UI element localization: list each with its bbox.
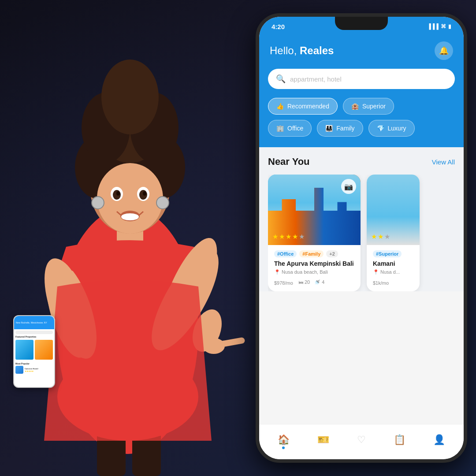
luxury-icon: 💎 bbox=[377, 125, 384, 132]
near-you-section: Near You View All 📷 ★ ★ bbox=[259, 147, 464, 291]
home-icon: 🏠 bbox=[278, 434, 290, 446]
location-icon-1: 📍 bbox=[274, 269, 280, 275]
tag-superior: #Superior bbox=[373, 250, 402, 257]
username: Reales bbox=[300, 45, 334, 56]
star-2-3: ★ bbox=[384, 233, 390, 241]
location-text-1: Nusa dua beach, Bali bbox=[282, 269, 328, 275]
property-card-2-image: ★ ★ ★ bbox=[367, 175, 420, 245]
luxury-label: Luxury bbox=[388, 125, 406, 132]
small-phone-content: Featured Properties Most Popular Cameron… bbox=[14, 329, 54, 376]
phone-notch bbox=[335, 17, 388, 30]
svg-point-20 bbox=[121, 213, 139, 220]
person-area: New Rochelle, Westchester, NY Featured P… bbox=[0, 0, 260, 476]
property-card-1-body: #Office #Family +2 The Apurva Kempinski … bbox=[268, 245, 361, 291]
nav-profile[interactable]: 👤 bbox=[433, 434, 445, 446]
stars-row-1: ★ ★ ★ ★ ★ bbox=[272, 233, 305, 241]
woman-illustration bbox=[0, 0, 260, 476]
superior-label: Superior bbox=[362, 103, 386, 110]
nav-tickets[interactable]: 🎫 bbox=[317, 434, 329, 446]
section-title: Near You bbox=[268, 156, 310, 167]
featured-label: Featured Properties bbox=[15, 335, 53, 338]
recommended-icon: 👍 bbox=[276, 103, 284, 110]
office-label: Office bbox=[287, 125, 303, 132]
category-superior[interactable]: 🏨 Superior bbox=[343, 98, 394, 115]
office-icon: 🏢 bbox=[276, 125, 284, 132]
view-all-link[interactable]: View All bbox=[432, 158, 455, 166]
small-phone-header: New Rochelle, Westchester, NY bbox=[14, 316, 54, 329]
recommended-label: Recommended bbox=[287, 103, 329, 110]
property-tags-2: #Superior bbox=[373, 250, 413, 257]
property-location-2: 📍 Nusa d... bbox=[373, 269, 413, 275]
svg-rect-26 bbox=[218, 337, 245, 348]
status-icons: ▐▐▐ ⌘ ▮ bbox=[427, 23, 451, 30]
search-icon: 🔍 bbox=[276, 74, 286, 84]
svg-point-17 bbox=[116, 191, 120, 196]
beds-icon-1: 🛏 20 bbox=[298, 279, 310, 285]
star-2-1: ★ bbox=[371, 233, 377, 241]
family-icon: 👨‍👩‍👧 bbox=[325, 125, 333, 132]
property-card-2[interactable]: ★ ★ ★ #Superior Kamani 📍 bbox=[367, 175, 420, 291]
tag-office: #Office bbox=[274, 250, 297, 257]
stars-row-2: ★ ★ ★ bbox=[371, 233, 390, 241]
tag-family: #Family bbox=[299, 250, 324, 257]
price-value-2: $1k bbox=[373, 280, 381, 286]
small-phone-location: New Rochelle, Westchester, NY bbox=[16, 321, 47, 324]
phone-screen: 4:20 ▐▐▐ ⌘ ▮ Hello, Reales 🔔 🔍 bbox=[259, 17, 464, 459]
category-row-2: 🏢 Office 👨‍👩‍👧 Family 💎 Luxury bbox=[268, 120, 455, 137]
greeting: Hello, Reales bbox=[270, 45, 334, 57]
price-unit-2: /mo bbox=[381, 280, 389, 286]
property-card-1-image: 📷 ★ ★ ★ ★ ★ bbox=[268, 175, 361, 245]
svg-point-11 bbox=[101, 60, 159, 134]
notification-icon: 🔔 bbox=[439, 46, 449, 56]
star-1: ★ bbox=[272, 233, 278, 241]
property-price-2: $1k/mo bbox=[373, 279, 413, 286]
search-box[interactable]: 🔍 appartment, hotel bbox=[268, 69, 455, 89]
svg-point-22 bbox=[156, 197, 169, 209]
property-name-2: Kamani bbox=[373, 260, 413, 268]
most-popular-label: Most Popular bbox=[15, 362, 53, 365]
save-button-1[interactable]: 📷 bbox=[341, 179, 356, 194]
section-header: Near You View All bbox=[268, 156, 455, 167]
nav-home[interactable]: 🏠 bbox=[278, 434, 290, 446]
star-5: ★ bbox=[299, 233, 305, 241]
property-name-1: The Apurva Kempinski Bali bbox=[274, 260, 354, 268]
categories-section: 👍 Recommended 🏨 Superior 🏢 Office 👨‍👩‍� bbox=[259, 98, 464, 147]
heart-icon: ♡ bbox=[357, 434, 366, 446]
star-3: ★ bbox=[286, 233, 291, 241]
phone-mockup: 4:20 ▐▐▐ ⌘ ▮ Hello, Reales 🔔 🔍 bbox=[256, 13, 467, 463]
category-row-1: 👍 Recommended 🏨 Superior bbox=[268, 98, 455, 115]
property-meta-1: 🛏 20 🚿 4 bbox=[298, 279, 324, 285]
star-2: ★ bbox=[279, 233, 285, 241]
star-2-2: ★ bbox=[378, 233, 383, 241]
nav-listings[interactable]: 📋 bbox=[394, 434, 405, 446]
category-recommended[interactable]: 👍 Recommended bbox=[268, 98, 338, 115]
battery-icon: ▮ bbox=[448, 23, 451, 30]
wifi-icon: ⌘ bbox=[441, 23, 446, 30]
search-placeholder: appartment, hotel bbox=[290, 75, 342, 83]
property-location-1: 📍 Nusa dua beach, Bali bbox=[274, 269, 354, 275]
greeting-prefix: Hello, bbox=[270, 45, 300, 56]
property-price-1: $978/mo bbox=[274, 279, 293, 286]
svg-point-12 bbox=[97, 163, 163, 234]
bottom-navigation: 🏠 🎫 ♡ 📋 👤 bbox=[259, 424, 464, 459]
property-tags-1: #Office #Family +2 bbox=[274, 250, 354, 257]
svg-point-21 bbox=[92, 197, 104, 209]
notification-button[interactable]: 🔔 bbox=[435, 41, 453, 60]
category-family[interactable]: 👨‍👩‍👧 Family bbox=[317, 120, 363, 137]
category-office[interactable]: 🏢 Office bbox=[268, 120, 312, 137]
search-area: 🔍 appartment, hotel bbox=[259, 69, 464, 98]
phone-header: Hello, Reales 🔔 bbox=[259, 36, 464, 69]
category-luxury[interactable]: 💎 Luxury bbox=[368, 120, 415, 137]
profile-icon: 👤 bbox=[433, 434, 445, 446]
svg-point-18 bbox=[143, 191, 146, 196]
listings-icon: 📋 bbox=[394, 434, 405, 446]
star-4: ★ bbox=[292, 233, 298, 241]
small-phone: New Rochelle, Westchester, NY Featured P… bbox=[13, 315, 55, 388]
nav-active-dot bbox=[282, 446, 285, 449]
property-card-1[interactable]: 📷 ★ ★ ★ ★ ★ #Office bbox=[268, 175, 361, 291]
nav-favorites[interactable]: ♡ bbox=[357, 434, 366, 446]
baths-icon-1: 🚿 4 bbox=[314, 279, 324, 285]
signal-icon: ▐▐▐ bbox=[427, 23, 439, 30]
price-value-1: $978 bbox=[274, 280, 285, 286]
superior-icon: 🏨 bbox=[351, 103, 359, 110]
